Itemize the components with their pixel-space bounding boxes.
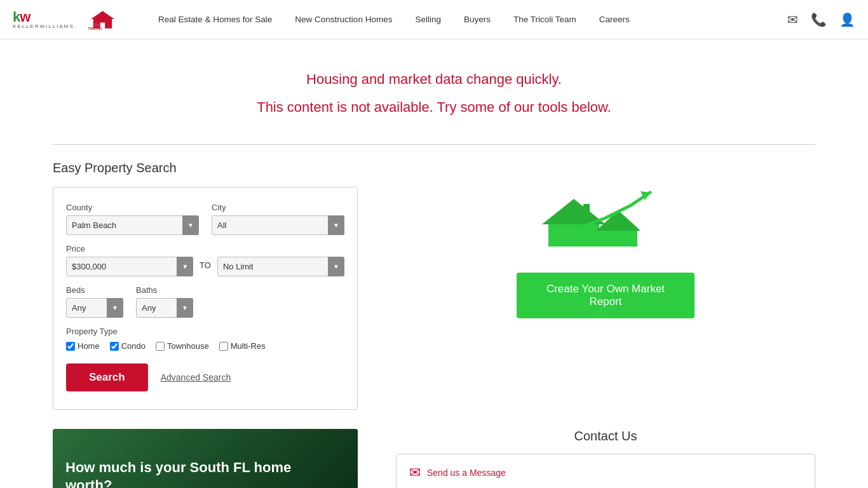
checkbox-home-label: Home [78,341,100,351]
county-city-row: County Palm Beach Broward Miami-Dade ▼ C… [66,203,344,235]
nav-real-estate[interactable]: Real Estate & Homes for Sale [147,15,283,24]
checkbox-multires[interactable]: Multi-Res [219,341,266,351]
county-label: County [66,203,199,212]
baths-label: Baths [136,285,193,295]
page-content: Housing and market data change quickly. … [27,39,841,488]
beds-select[interactable]: Any 1+ 2+ 3+ 4+ [66,298,123,318]
contact-column: Contact Us ✉ Send us a Message [396,429,815,488]
price-to-wrapper: No Limit $500,000 $750,000 $1,000,000 ▼ [217,257,344,276]
beds-select-wrapper: Any 1+ 2+ 3+ 4+ ▼ [66,298,123,318]
search-form-box: County Palm Beach Broward Miami-Dade ▼ C… [53,187,358,410]
checkbox-multires-label: Multi-Res [231,341,266,351]
search-column: Easy Property Search County Palm Beach B… [53,161,358,410]
checkboxes: Home Condo Townhouse Multi-Res [66,341,344,351]
home-worth-line2: worth? [65,477,112,488]
city-select-wrapper: All Boca Raton West Palm Beach ▼ [212,215,344,235]
search-section-title: Easy Property Search [53,161,358,175]
city-label: City [212,203,344,212]
checkbox-condo-input[interactable] [110,342,119,351]
home-worth-card[interactable]: How much is your South FL home worth? [53,429,358,488]
market-column: Create Your Own Market Report [396,161,815,318]
divider [53,144,815,145]
checkbox-home[interactable]: Home [66,341,100,351]
svg-text:TRICOLI: TRICOLI [88,27,102,30]
user-icon[interactable]: 👤 [839,12,855,27]
nav-tricoli-team[interactable]: The Tricoli Team [502,15,588,24]
property-type-label: Property Type [66,327,344,336]
beds-baths-row: Beds Any 1+ 2+ 3+ 4+ ▼ [66,285,344,318]
nav-buyers[interactable]: Buyers [452,15,502,24]
checkbox-condo-label: Condo [121,341,146,351]
market-report-button[interactable]: Create Your Own Market Report [517,273,695,318]
county-group: County Palm Beach Broward Miami-Dade ▼ [66,203,199,235]
kw-logo: kw KELLERWILLIAMS. [13,10,77,29]
main-columns: Easy Property Search County Palm Beach B… [53,161,815,410]
checkbox-home-input[interactable] [66,342,75,351]
contact-send-message[interactable]: ✉ Send us a Message [409,464,802,481]
nav-links: Real Estate & Homes for Sale New Constru… [147,15,787,24]
baths-select-wrapper: Any 1+ 2+ 3+ ▼ [136,298,193,318]
svg-text:TEAM: TEAM [92,24,100,27]
checkbox-townhouse-label: Townhouse [167,341,209,351]
beds-label: Beds [66,285,123,295]
kw-sub: KELLERWILLIAMS. [13,24,77,29]
home-worth-text: How much is your South FL home worth? [65,459,291,488]
city-group: City All Boca Raton West Palm Beach ▼ [212,203,344,235]
baths-select[interactable]: Any 1+ 2+ 3+ [136,298,193,318]
property-type-section: Property Type Home Condo Townhouse Mul [66,327,344,351]
county-select-wrapper: Palm Beach Broward Miami-Dade ▼ [66,215,199,235]
price-from-wrapper: $300,000 $200,000 $400,000 $500,000 ▼ [66,257,193,276]
price-from-group: Price $300,000 $200,000 $400,000 $500,00… [66,244,193,276]
nav-selling[interactable]: Selling [403,15,452,24]
contact-send-label: Send us a Message [427,468,506,478]
navbar: kw KELLERWILLIAMS. TRICOLI TEAM Real Est… [0,0,868,39]
contact-email-icon: ✉ [409,464,421,481]
logo-area: kw KELLERWILLIAMS. TRICOLI TEAM [13,7,121,32]
price-row: Price $300,000 $200,000 $400,000 $500,00… [66,244,344,276]
alert-section: Housing and market data change quickly. … [53,52,815,128]
home-worth-line1: How much is your South FL home [65,459,291,475]
price-label: Price [66,244,193,254]
price-to-group: To No Limit $500,000 $750,000 $1,000,000… [217,244,344,276]
price-to-select[interactable]: No Limit $500,000 $750,000 $1,000,000 [217,257,344,276]
svg-marker-6 [599,231,637,247]
nav-careers[interactable]: Careers [588,15,641,24]
beds-group: Beds Any 1+ 2+ 3+ 4+ ▼ [66,285,123,318]
baths-group: Baths Any 1+ 2+ 3+ ▼ [136,285,193,318]
tricoli-logo: TRICOLI TEAM [83,7,121,32]
kw-letters: kw [13,10,30,24]
contact-title: Contact Us [396,429,815,444]
checkbox-multires-input[interactable] [219,342,228,351]
nav-new-construction[interactable]: New Construction Homes [283,15,403,24]
checkbox-townhouse-input[interactable] [156,342,165,351]
bottom-columns: How much is your South FL home worth? Co… [53,429,815,488]
svg-rect-5 [583,204,590,215]
county-select[interactable]: Palm Beach Broward Miami-Dade [66,215,199,235]
phone-icon[interactable]: 📞 [811,12,827,27]
price-from-select[interactable]: $300,000 $200,000 $400,000 $500,000 [66,257,193,276]
search-button[interactable]: Search [66,363,148,391]
checkbox-townhouse[interactable]: Townhouse [156,341,209,351]
city-select[interactable]: All Boca Raton West Palm Beach [212,215,344,235]
email-icon[interactable]: ✉ [787,12,798,27]
to-label: TO [200,261,211,276]
checkbox-condo[interactable]: Condo [110,341,146,351]
alert-line2: This content is not available. Try some … [53,99,815,116]
contact-box: ✉ Send us a Message [396,454,815,488]
alert-line1: Housing and market data change quickly. [53,71,815,88]
search-actions: Search Advanced Search [66,363,344,391]
advanced-search-link[interactable]: Advanced Search [161,372,231,383]
nav-icons: ✉ 📞 👤 [787,12,855,27]
market-graphic [536,161,675,262]
